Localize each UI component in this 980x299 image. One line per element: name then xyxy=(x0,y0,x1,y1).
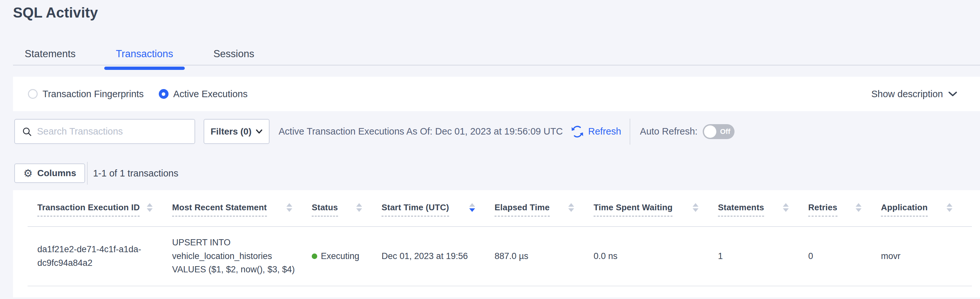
sort-arrows-icon[interactable] xyxy=(947,203,952,212)
table-controls-row: ⚙ Columns 1-1 of 1 transactions xyxy=(14,163,178,183)
column-header-label[interactable]: Statements xyxy=(718,203,764,216)
cell-application: movr xyxy=(881,227,972,286)
cell-status: Executing xyxy=(312,227,382,286)
column-header-start-time[interactable]: Start Time (UTC) xyxy=(382,190,495,227)
column-header-label[interactable]: Time Spent Waiting xyxy=(593,203,673,216)
column-header-label[interactable]: Status xyxy=(312,203,338,216)
controls-divider xyxy=(87,162,88,185)
refresh-icon xyxy=(571,125,584,138)
toolbar: Filters (0) Active Transaction Execution… xyxy=(14,119,735,144)
radio-active-executions[interactable]: Active Executions xyxy=(159,89,248,99)
cell-most-recent-statement: UPSERT INTO vehicle_location_histories V… xyxy=(172,227,312,286)
radio-transaction-fingerprints[interactable]: Transaction Fingerprints xyxy=(28,89,144,99)
as-of-timestamp: Active Transaction Executions As Of: Dec… xyxy=(278,126,563,137)
sort-arrows-icon[interactable] xyxy=(783,203,789,212)
cell-elapsed-time: 887.0 µs xyxy=(495,227,593,286)
table-row[interactable]: da1f21e2-de71-4c1f-a1da-dc9fc94a84a2 UPS… xyxy=(28,227,972,286)
radio-label: Active Executions xyxy=(173,89,248,99)
chevron-down-icon xyxy=(948,91,957,97)
auto-refresh-label: Auto Refresh: xyxy=(640,126,697,137)
search-input[interactable] xyxy=(37,126,189,137)
refresh-label: Refresh xyxy=(588,126,621,137)
column-header-label[interactable]: Retries xyxy=(808,203,837,216)
columns-button-label: Columns xyxy=(37,168,76,178)
sort-arrows-icon[interactable] xyxy=(856,203,861,212)
page-title: SQL Activity xyxy=(13,5,98,21)
column-header-most-recent-statement[interactable]: Most Recent Statement xyxy=(172,190,312,227)
column-header-statements[interactable]: Statements xyxy=(718,190,808,227)
search-box[interactable] xyxy=(14,119,195,144)
table-header-row: Transaction Execution ID Most Recent Sta… xyxy=(28,190,972,227)
show-description-label: Show description xyxy=(871,89,943,99)
sort-arrows-icon[interactable] xyxy=(286,203,292,212)
results-count: 1-1 of 1 transactions xyxy=(93,168,178,179)
transactions-table: Transaction Execution ID Most Recent Sta… xyxy=(28,190,972,286)
refresh-button[interactable]: Refresh xyxy=(571,125,621,138)
column-header-elapsed-time[interactable]: Elapsed Time xyxy=(495,190,593,227)
tab-bar-divider xyxy=(13,65,980,66)
cell-time-spent-waiting: 0.0 ns xyxy=(593,227,718,286)
cell-start-time: Dec 01, 2023 at 19:56 xyxy=(382,227,495,286)
executing-status-dot-icon xyxy=(312,254,317,259)
filters-label: Filters (0) xyxy=(210,126,251,137)
sort-arrows-icon[interactable] xyxy=(693,203,698,212)
radio-unselected-icon[interactable] xyxy=(28,89,38,99)
filters-button[interactable]: Filters (0) xyxy=(204,119,269,144)
auto-refresh-toggle[interactable]: Off xyxy=(703,124,735,139)
search-icon xyxy=(22,127,32,136)
column-header-label[interactable]: Elapsed Time xyxy=(495,203,550,216)
column-header-label[interactable]: Most Recent Statement xyxy=(172,203,267,216)
chevron-down-icon xyxy=(256,129,263,134)
sort-arrows-icon[interactable] xyxy=(568,203,574,212)
toolbar-divider xyxy=(630,118,630,145)
column-header-status[interactable]: Status xyxy=(312,190,382,227)
status-label: Executing xyxy=(321,249,360,263)
radio-selected-icon[interactable] xyxy=(159,89,169,99)
cell-retries: 0 xyxy=(808,227,881,286)
toggle-state-label: Off xyxy=(720,124,730,139)
toggle-knob[interactable] xyxy=(704,125,716,138)
show-description-toggle[interactable]: Show description xyxy=(871,89,957,99)
columns-button[interactable]: ⚙ Columns xyxy=(14,163,85,183)
sort-arrows-icon[interactable] xyxy=(147,203,153,212)
sort-arrows-icon[interactable] xyxy=(356,203,362,212)
cell-statements: 1 xyxy=(718,227,808,286)
cell-transaction-execution-id[interactable]: da1f21e2-de71-4c1f-a1da-dc9fc94a84a2 xyxy=(28,227,172,286)
view-options-panel: Transaction Fingerprints Active Executio… xyxy=(13,77,980,111)
transactions-table-panel: Transaction Execution ID Most Recent Sta… xyxy=(13,190,980,297)
column-header-time-spent-waiting[interactable]: Time Spent Waiting xyxy=(593,190,718,227)
gear-icon: ⚙ xyxy=(23,168,33,178)
column-header-retries[interactable]: Retries xyxy=(808,190,881,227)
column-header-application[interactable]: Application xyxy=(881,190,972,227)
sort-arrows-icon[interactable] xyxy=(469,203,475,212)
column-header-label[interactable]: Transaction Execution ID xyxy=(37,203,140,216)
column-header-label[interactable]: Application xyxy=(881,203,928,216)
column-header-label[interactable]: Start Time (UTC) xyxy=(382,203,449,216)
column-header-transaction-execution-id[interactable]: Transaction Execution ID xyxy=(28,190,172,227)
radio-label: Transaction Fingerprints xyxy=(43,89,144,99)
